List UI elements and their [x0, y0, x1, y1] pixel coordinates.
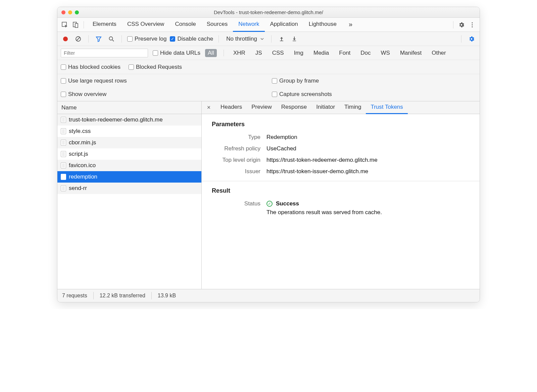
tab-lighthouse[interactable]: Lighthouse: [303, 18, 342, 32]
clear-button[interactable]: [74, 34, 83, 44]
network-content: Name trust-token-redeemer-demo.glitch.me…: [57, 101, 480, 289]
name-column-header[interactable]: Name: [57, 101, 201, 114]
top-level-origin-value: https://trust-token-redeemer-demo.glitch…: [266, 157, 378, 163]
file-icon: [61, 174, 66, 180]
detail-tab-trust-tokens[interactable]: Trust Tokens: [366, 101, 407, 114]
filter-type-other[interactable]: Other: [429, 49, 449, 57]
detail-tab-initiator[interactable]: Initiator: [311, 101, 340, 114]
additional-filters: Has blocked cookies Blocked Requests: [57, 60, 480, 74]
request-name: send-rr: [69, 185, 87, 192]
throttling-value: No throttling: [226, 36, 257, 42]
more-menu-icon[interactable]: [468, 20, 477, 30]
filter-type-font[interactable]: Font: [336, 49, 353, 57]
filter-type-css[interactable]: CSS: [270, 49, 287, 57]
divider: [88, 35, 89, 43]
detail-tab-response[interactable]: Response: [277, 101, 312, 114]
tab-css-overview[interactable]: CSS Overview: [122, 18, 170, 32]
request-row[interactable]: cbor.min.js: [57, 137, 201, 148]
filter-type-xhr[interactable]: XHR: [231, 49, 248, 57]
divider: [453, 21, 453, 29]
has-blocked-cookies-checkbox[interactable]: Has blocked cookies: [61, 64, 120, 70]
detail-tab-timing[interactable]: Timing: [340, 101, 366, 114]
inspect-element-icon[interactable]: [60, 20, 69, 30]
tab-application[interactable]: Application: [265, 18, 303, 32]
filter-type-all[interactable]: All: [205, 49, 217, 57]
detail-tab-preview[interactable]: Preview: [247, 101, 276, 114]
has-blocked-cookies-label: Has blocked cookies: [68, 64, 120, 70]
filter-input[interactable]: [61, 49, 148, 57]
window-title: DevTools - trust-token-redeemer-demo.gli…: [57, 9, 480, 15]
maximize-window-button[interactable]: [75, 10, 79, 14]
type-label: Type: [212, 134, 260, 141]
success-check-icon: ✓: [266, 201, 273, 207]
tabs-overflow-button[interactable]: »: [343, 18, 358, 32]
request-name: script.js: [69, 151, 88, 157]
disable-cache-label: Disable cache: [177, 36, 213, 42]
filter-type-manifest[interactable]: Manifest: [397, 49, 424, 57]
filter-type-js[interactable]: JS: [253, 49, 265, 57]
preserve-log-checkbox[interactable]: Preserve log: [127, 36, 166, 42]
request-row[interactable]: script.js: [57, 148, 201, 160]
capture-screenshots-checkbox[interactable]: Capture screenshots: [268, 88, 480, 101]
blocked-requests-checkbox[interactable]: Blocked Requests: [129, 64, 182, 70]
group-by-frame-checkbox[interactable]: Group by frame: [268, 74, 480, 88]
file-icon: [61, 151, 66, 157]
transferred-size: 12.2 kB transferred: [100, 293, 145, 299]
titlebar: DevTools - trust-token-redeemer-demo.gli…: [57, 7, 480, 18]
filter-bar: Hide data URLs AllXHRJSCSSImgMediaFontDo…: [57, 46, 480, 60]
filter-type-media[interactable]: Media: [311, 49, 332, 57]
request-count: 7 requests: [62, 293, 87, 299]
tab-elements[interactable]: Elements: [87, 18, 122, 32]
detail-tab-headers[interactable]: Headers: [216, 101, 247, 114]
main-tab-bar: ElementsCSS OverviewConsoleSourcesNetwor…: [57, 18, 480, 32]
filter-type-ws[interactable]: WS: [378, 49, 393, 57]
show-overview-label: Show overview: [68, 91, 106, 98]
file-icon: [61, 140, 66, 146]
upload-har-icon[interactable]: [277, 34, 286, 44]
status-description: The operations result was served from ca…: [266, 209, 382, 216]
network-options: Use large request rows Group by frame Sh…: [57, 74, 480, 101]
hide-data-urls-checkbox[interactable]: Hide data URLs: [153, 50, 200, 56]
filter-icon[interactable]: [94, 34, 103, 44]
request-row[interactable]: style.css: [57, 126, 201, 137]
request-name: redemption: [69, 174, 97, 180]
large-rows-checkbox[interactable]: Use large request rows: [57, 74, 268, 88]
svg-point-8: [109, 37, 113, 40]
request-name: style.css: [69, 128, 91, 135]
record-button[interactable]: [61, 34, 70, 44]
close-details-button[interactable]: ×: [204, 104, 214, 111]
file-icon: [61, 128, 66, 134]
divider: [271, 35, 272, 43]
filter-type-doc[interactable]: Doc: [358, 49, 373, 57]
blocked-requests-label: Blocked Requests: [136, 64, 182, 70]
request-list: trust-token-redeemer-demo.glitch.mestyle…: [57, 114, 201, 289]
svg-rect-2: [75, 23, 78, 28]
tab-sources[interactable]: Sources: [201, 18, 233, 32]
throttling-select[interactable]: No throttling: [224, 36, 266, 42]
detail-tabs: × HeadersPreviewResponseInitiatorTimingT…: [202, 101, 480, 114]
request-detail-panel: × HeadersPreviewResponseInitiatorTimingT…: [202, 101, 480, 289]
show-overview-checkbox[interactable]: Show overview: [57, 88, 268, 101]
divider: [218, 35, 219, 43]
capture-screenshots-label: Capture screenshots: [279, 91, 332, 98]
request-row[interactable]: send-rr: [57, 183, 201, 194]
svg-point-3: [472, 22, 473, 23]
tab-network[interactable]: Network: [233, 18, 264, 32]
svg-rect-10: [280, 41, 283, 41]
filter-type-img[interactable]: Img: [291, 49, 306, 57]
device-toggle-icon[interactable]: [71, 20, 80, 30]
request-row[interactable]: redemption: [57, 171, 201, 183]
download-har-icon[interactable]: [290, 34, 299, 44]
request-row[interactable]: favicon.ico: [57, 160, 201, 171]
search-icon[interactable]: [107, 34, 116, 44]
request-row[interactable]: trust-token-redeemer-demo.glitch.me: [57, 114, 201, 126]
minimize-window-button[interactable]: [68, 10, 72, 14]
settings-gear-icon[interactable]: [457, 20, 466, 30]
hide-data-urls-label: Hide data URLs: [160, 50, 200, 56]
close-window-button[interactable]: [61, 10, 65, 14]
disable-cache-checkbox[interactable]: ✓Disable cache: [170, 36, 213, 42]
status-value: Success: [276, 200, 299, 207]
divider: [461, 35, 461, 43]
network-settings-gear-icon[interactable]: [467, 34, 476, 44]
tab-console[interactable]: Console: [169, 18, 201, 32]
